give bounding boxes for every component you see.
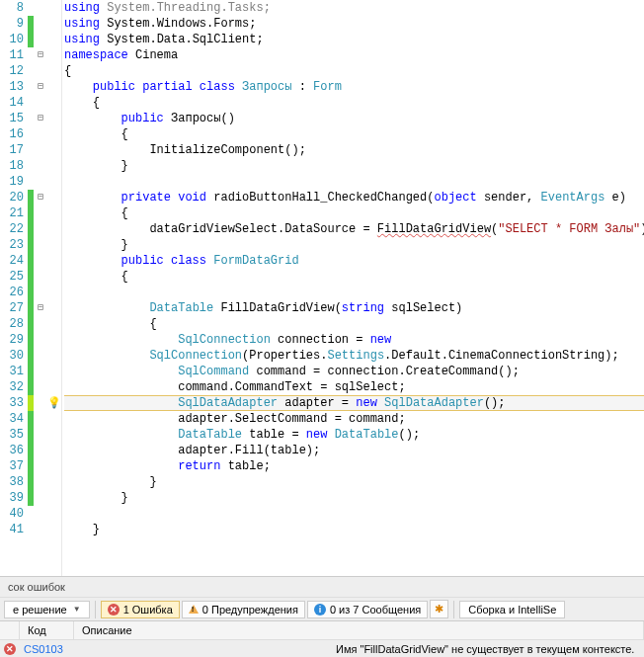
- line-indicator: [47, 316, 61, 332]
- fold-toggle: [34, 474, 47, 490]
- code-line[interactable]: {: [64, 316, 644, 332]
- fold-toggle[interactable]: ⊟: [34, 111, 47, 126]
- line-number: 38: [0, 474, 28, 490]
- line-indicator: [47, 221, 61, 237]
- hdr-code[interactable]: Код: [20, 621, 74, 639]
- line-number: 17: [0, 142, 28, 158]
- line-indicator: 💡: [47, 395, 61, 411]
- fold-toggle: [34, 95, 47, 111]
- fold-toggle: [34, 269, 47, 285]
- line-indicator: [47, 237, 61, 253]
- code-line[interactable]: [64, 174, 644, 190]
- line-number: 40: [0, 506, 28, 522]
- line-indicator: [47, 300, 61, 316]
- line-indicator: [47, 174, 61, 190]
- code-line[interactable]: {: [64, 126, 644, 142]
- fold-toggle[interactable]: ⊟: [34, 190, 47, 205]
- code-line[interactable]: }: [64, 474, 644, 490]
- build-filter-button[interactable]: ✱: [430, 600, 448, 618]
- line-number: 32: [0, 379, 28, 395]
- code-line[interactable]: InitializeComponent();: [64, 142, 644, 158]
- line-number: 31: [0, 364, 28, 379]
- code-line[interactable]: [64, 506, 644, 522]
- code-line[interactable]: using System.Windows.Forms;: [64, 16, 644, 32]
- code-editor[interactable]: 891011⊟1213⊟1415⊟1617181920⊟212223242526…: [0, 0, 644, 576]
- code-line[interactable]: using System.Data.SqlClient;: [64, 32, 644, 47]
- filter-dropdown[interactable]: е решение ▼: [4, 601, 90, 618]
- error-list-header: Код Описание: [0, 621, 644, 640]
- line-number: 28: [0, 316, 28, 332]
- fold-toggle: [34, 506, 47, 522]
- code-line[interactable]: {: [64, 63, 644, 79]
- row-desc: Имя "FillDataGridView" не существует в т…: [332, 643, 644, 655]
- code-line[interactable]: SqlConnection(Properties.Settings.Defaul…: [64, 348, 644, 364]
- code-line[interactable]: SqlDataAdapter adapter = new SqlDataAdap…: [64, 395, 644, 411]
- code-line[interactable]: adapter.Fill(table);: [64, 443, 644, 458]
- error-list-panel: сок ошибок е решение ▼ ✕ 1 Ошибка 0 Пред…: [0, 576, 644, 657]
- warning-icon: [189, 605, 199, 614]
- line-number: 11: [0, 47, 28, 63]
- errors-button[interactable]: ✕ 1 Ошибка: [101, 601, 180, 618]
- fold-toggle[interactable]: ⊟: [34, 47, 47, 63]
- code-line[interactable]: DataTable table = new DataTable();: [64, 427, 644, 443]
- code-area[interactable]: using System.Threading.Tasks;using Syste…: [62, 0, 644, 576]
- code-line[interactable]: {: [64, 95, 644, 111]
- line-number: 23: [0, 237, 28, 253]
- line-number: 16: [0, 126, 28, 142]
- code-line[interactable]: }: [64, 490, 644, 506]
- code-line[interactable]: public partial class Запросы : Form: [64, 79, 644, 95]
- line-indicator: [47, 427, 61, 443]
- fold-toggle: [34, 411, 47, 427]
- hdr-desc[interactable]: Описание: [74, 621, 644, 639]
- line-indicator: [47, 269, 61, 285]
- line-number: 37: [0, 458, 28, 474]
- code-line[interactable]: {: [64, 205, 644, 221]
- code-line[interactable]: }: [64, 237, 644, 253]
- code-line[interactable]: return table;: [64, 458, 644, 474]
- line-number: 26: [0, 285, 28, 300]
- code-line[interactable]: [64, 285, 644, 300]
- code-line[interactable]: adapter.SelectCommand = command;: [64, 411, 644, 427]
- code-line[interactable]: namespace Cinema: [64, 47, 644, 63]
- line-number: 35: [0, 427, 28, 443]
- code-line[interactable]: SqlConnection connection = new: [64, 332, 644, 348]
- error-row[interactable]: ✕ CS0103 Имя "FillDataGridView" не сущес…: [0, 640, 644, 657]
- fold-toggle: [34, 348, 47, 364]
- line-number: 14: [0, 95, 28, 111]
- line-number: 36: [0, 443, 28, 458]
- error-toolbar: е решение ▼ ✕ 1 Ошибка 0 Предупреждения …: [0, 598, 644, 621]
- code-line[interactable]: {: [64, 269, 644, 285]
- code-line[interactable]: private void radioButtonHall_CheckedChan…: [64, 190, 644, 205]
- messages-button[interactable]: i 0 из 7 Сообщения: [307, 601, 428, 618]
- code-line[interactable]: using System.Threading.Tasks;: [64, 0, 644, 16]
- fold-toggle[interactable]: ⊟: [34, 79, 47, 95]
- code-line[interactable]: command.CommandText = sqlSelect;: [64, 379, 644, 395]
- code-line[interactable]: }: [64, 522, 644, 537]
- warnings-button[interactable]: 0 Предупреждения: [182, 601, 305, 618]
- line-indicator: [47, 158, 61, 174]
- line-indicator: [47, 205, 61, 221]
- code-line[interactable]: dataGridViewSelect.DataSource = FillData…: [64, 221, 644, 237]
- line-indicator: [47, 0, 61, 16]
- code-line[interactable]: public Запросы(): [64, 111, 644, 126]
- line-indicator: [47, 474, 61, 490]
- fold-toggle: [34, 221, 47, 237]
- line-indicator: [47, 190, 61, 205]
- line-indicator: [47, 506, 61, 522]
- fold-toggle[interactable]: ⊟: [34, 300, 47, 316]
- line-number: 20: [0, 190, 28, 205]
- error-icon: ✕: [108, 604, 120, 616]
- code-line[interactable]: }: [64, 158, 644, 174]
- line-number: 19: [0, 174, 28, 190]
- errors-label: 1 Ошибка: [123, 604, 173, 616]
- line-indicator: [47, 95, 61, 111]
- code-line[interactable]: SqlCommand command = connection.CreateCo…: [64, 364, 644, 379]
- fold-toggle: [34, 142, 47, 158]
- code-line[interactable]: DataTable FillDataGridView(string sqlSel…: [64, 300, 644, 316]
- line-indicator: [47, 142, 61, 158]
- line-number: 8: [0, 0, 28, 16]
- code-line[interactable]: public class FormDataGrid: [64, 253, 644, 269]
- build-intellisense-dropdown[interactable]: Сборка и IntelliSe: [459, 601, 565, 618]
- fold-toggle: [34, 16, 47, 32]
- filter-label: е решение: [13, 604, 67, 616]
